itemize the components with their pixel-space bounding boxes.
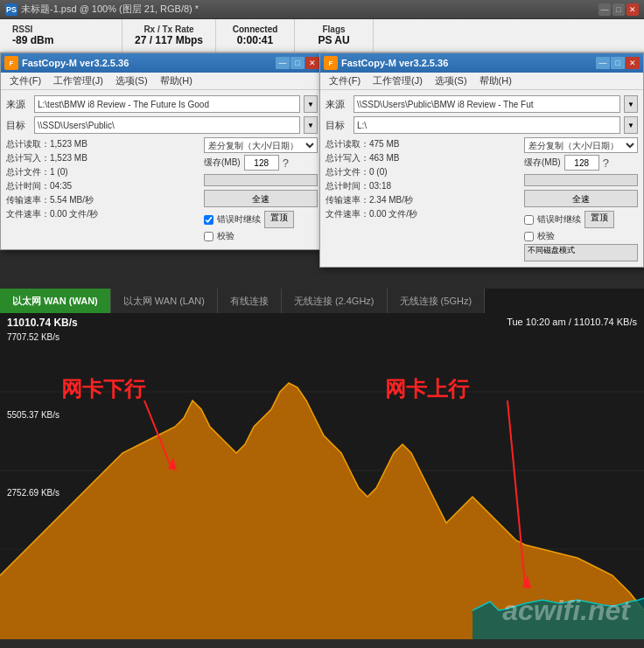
watermark: acwifi.net xyxy=(502,595,630,627)
y-label-bottom: 2752.69 KB/s xyxy=(7,488,60,498)
fc-right-source-dropdown[interactable]: ▼ xyxy=(624,95,638,113)
fc-right-window-controls[interactable]: — □ ✕ xyxy=(596,57,640,69)
fc-left-stat-3: 总计时间：04:35 xyxy=(6,179,200,193)
ps-close-button[interactable]: ✕ xyxy=(626,3,639,16)
fc-right-menu-help[interactable]: 帮助(H) xyxy=(474,73,517,89)
fastcopy-window-left: F FastCopy-M ver3.2.5.36 — □ ✕ 文件(F) 工作管… xyxy=(0,52,324,250)
fc-left-cache-row: 缓存(MB) ? xyxy=(204,155,318,171)
fc-right-close[interactable]: ✕ xyxy=(626,57,640,69)
fc-left-stats-controls: 差分复制（大小/日期） 缓存(MB) ? 全速 xyxy=(204,137,318,244)
fc-left-titlebar: F FastCopy-M ver3.2.5.36 — □ ✕ xyxy=(1,53,323,73)
tab-wan-lan[interactable]: 以太网 WAN (LAN) xyxy=(111,289,218,313)
connected-value: 0:00:41 xyxy=(237,34,273,46)
network-chart-svg xyxy=(0,313,644,639)
tab-wan-wan[interactable]: 以太网 WAN (WAN) xyxy=(0,289,111,313)
fc-left-window-controls[interactable]: — □ ✕ xyxy=(276,57,319,69)
fc-left-menu-job[interactable]: 工作管理(J) xyxy=(48,73,108,89)
fc-left-cache-input[interactable] xyxy=(244,155,279,171)
fc-left-error-continue-check[interactable] xyxy=(204,215,214,225)
fc-left-menu-file[interactable]: 文件(F) xyxy=(4,73,46,89)
ps-maximize-button[interactable]: □ xyxy=(612,3,625,16)
fc-right-source-label: 来源 xyxy=(326,98,350,111)
fc-right-stat-3: 总计时间：03:18 xyxy=(326,179,521,193)
fc-right-top-btn[interactable]: 置顶 xyxy=(584,211,614,228)
fc-right-target-row: 目标 ▼ xyxy=(326,116,638,134)
fc-right-menu-options[interactable]: 选项(S) xyxy=(430,73,472,89)
fc-left-verify-label: 校验 xyxy=(217,230,234,242)
netmon-tabs: 以太网 WAN (WAN) 以太网 WAN (LAN) 有线连接 无线连接 (2… xyxy=(0,289,644,313)
fc-right-menubar: 文件(F) 工作管理(J) 选项(S) 帮助(H) xyxy=(320,73,643,90)
fc-right-cache-label: 缓存(MB) xyxy=(524,157,561,169)
chart-time-label: Tue 10:20 am / 11010.74 KB/s xyxy=(507,317,637,329)
fc-right-titlebar: F FastCopy-M ver3.2.5.36 — □ ✕ xyxy=(320,53,643,73)
rx-tx-label: Rx / Tx Rate xyxy=(144,24,193,34)
network-stats-bar: RSSI -89 dBm Rx / Tx Rate 27 / 117 Mbps … xyxy=(0,19,644,52)
fc-left-source-row: 来源 ▼ xyxy=(6,95,318,113)
fc-right-fullspeed-btn[interactable]: 全速 xyxy=(524,190,638,207)
fc-left-source-input[interactable] xyxy=(34,95,300,113)
fc-right-minimize[interactable]: — xyxy=(596,57,610,69)
fc-right-cache-row: 缓存(MB) ? xyxy=(524,155,638,171)
fc-right-btn-row: 全速 xyxy=(524,190,638,207)
fc-left-body: 来源 ▼ 目标 ▼ 总计读取：1,523 MB 总计写入：1,523 MB 总计… xyxy=(1,90,323,249)
fc-right-maximize[interactable]: □ xyxy=(611,57,625,69)
fc-right-otherdisk-row: 不同磁盘模式 xyxy=(524,244,638,261)
fc-right-verify-row: 校验 xyxy=(524,230,638,242)
fc-right-stats-text: 总计读取：475 MB 总计写入：463 MB 总计文件：0 (0) 总计时间：… xyxy=(326,137,521,261)
ps-minimize-button[interactable]: — xyxy=(598,3,611,16)
fc-right-target-dropdown[interactable]: ▼ xyxy=(624,116,638,134)
fc-left-btn-row: 全速 xyxy=(204,190,318,207)
connected-label: Connected xyxy=(233,24,278,34)
fc-left-menu-options[interactable]: 选项(S) xyxy=(110,73,153,89)
rssi-value: -89 dBm xyxy=(12,34,53,46)
fc-left-help-icon[interactable]: ? xyxy=(283,157,289,170)
fc-right-help-icon[interactable]: ? xyxy=(603,157,609,170)
fc-left-minimize[interactable]: — xyxy=(276,57,290,69)
fc-left-fullspeed-btn[interactable]: 全速 xyxy=(204,190,318,207)
fc-left-logo: F xyxy=(4,56,18,70)
rx-tx-value: 27 / 117 Mbps xyxy=(135,34,203,46)
rx-tx-stat: Rx / Tx Rate 27 / 117 Mbps xyxy=(122,19,216,52)
fc-left-target-dropdown[interactable]: ▼ xyxy=(304,116,318,134)
fc-right-error-continue-label: 错误时继续 xyxy=(537,213,581,226)
ps-title: 未标题-1.psd @ 100% (图层 21, RGB/8) * xyxy=(21,3,199,16)
fc-right-verify-check[interactable] xyxy=(524,232,534,241)
fc-left-target-input[interactable] xyxy=(34,116,300,134)
fc-right-source-input[interactable] xyxy=(354,95,620,113)
fc-right-cache-input[interactable] xyxy=(564,155,599,171)
fc-left-maximize[interactable]: □ xyxy=(290,57,304,69)
fc-left-target-row: 目标 ▼ xyxy=(6,116,318,134)
fc-right-stats: 总计读取：475 MB 总计写入：463 MB 总计文件：0 (0) 总计时间：… xyxy=(326,137,638,261)
rssi-label: RSSI xyxy=(12,24,32,34)
tab-wifi-24[interactable]: 无线连接 (2.4GHz) xyxy=(282,289,388,313)
fc-right-mode-row: 差分复制（大小/日期） xyxy=(524,137,638,153)
fc-right-mode-select[interactable]: 差分复制（大小/日期） xyxy=(524,137,638,153)
fc-right-progress-bar xyxy=(524,174,638,186)
fc-right-otherdisk-btn[interactable]: 不同磁盘模式 xyxy=(524,244,638,261)
fc-left-mode-select[interactable]: 差分复制（大小/日期） xyxy=(204,137,318,153)
connected-stat: Connected 0:00:41 xyxy=(216,19,295,52)
fc-left-stat-1: 总计写入：1,523 MB xyxy=(6,151,200,165)
fc-right-error-continue-row: 错误时继续 置顶 xyxy=(524,211,638,228)
fc-left-source-label: 来源 xyxy=(6,98,31,111)
ps-window-controls[interactable]: — □ ✕ xyxy=(598,3,639,16)
fc-left-source-dropdown[interactable]: ▼ xyxy=(304,95,318,113)
fc-right-logo: F xyxy=(324,56,338,70)
fc-right-menu-job[interactable]: 工作管理(J) xyxy=(368,73,428,89)
tab-wired[interactable]: 有线连接 xyxy=(218,289,282,313)
fc-right-stat-4: 传输速率：2.34 MB/秒 xyxy=(326,193,521,207)
y-label-mid: 5505.37 KB/s xyxy=(7,410,60,420)
tab-wifi-5[interactable]: 无线连接 (5GHz) xyxy=(388,289,486,313)
fc-left-cache-label: 缓存(MB) xyxy=(204,157,241,169)
fc-left-title-group: F FastCopy-M ver3.2.5.36 xyxy=(4,56,129,70)
fc-left-close[interactable]: ✕ xyxy=(305,57,319,69)
fc-right-menu-file[interactable]: 文件(F) xyxy=(324,73,366,89)
fc-left-stat-5: 文件速率：0.00 文件/秒 xyxy=(6,207,200,221)
fc-right-error-continue-check[interactable] xyxy=(524,215,534,225)
fc-right-body: 来源 ▼ 目标 ▼ 总计读取：475 MB 总计写入：463 MB 总计文件：0… xyxy=(320,90,643,267)
fc-right-target-input[interactable] xyxy=(354,116,620,134)
fc-left-menu-help[interactable]: 帮助(H) xyxy=(155,73,198,89)
fc-left-title: FastCopy-M ver3.2.5.36 xyxy=(22,58,129,68)
fc-left-verify-check[interactable] xyxy=(204,232,214,241)
fc-left-top-btn[interactable]: 置顶 xyxy=(264,211,294,228)
